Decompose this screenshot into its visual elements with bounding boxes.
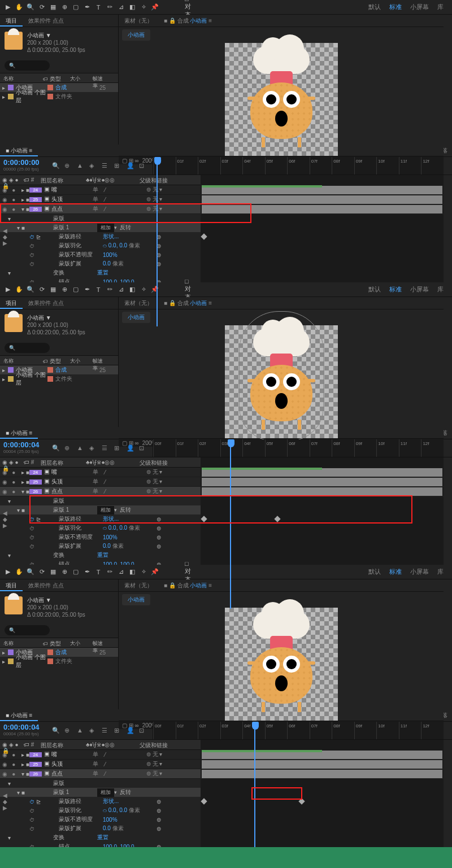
main-toolbar: ▶✋🔍⟳▦⊕▢✒T✏⊿◧✧📌 □ 对齐 默认标准小屏幕库 — [0, 565, 452, 579]
layer-row[interactable]: ◉ ●▸ ■25▣ 头顶单 ∕⊚ 无 ▾ — [0, 477, 201, 487]
layer-row[interactable]: ◉ ●▸ ■24▣ 嘴单 ∕⊚ 无 ▾ — [0, 468, 201, 477]
snap-toggle[interactable]: □ 对齐 — [185, 2, 195, 12]
project-panel: 项目效果控件 点点 小动画 ▼200 x 200 (1.00)Δ 0:00:20… — [0, 579, 119, 709]
footage-tab[interactable]: 素材（无） — [119, 15, 158, 27]
playhead[interactable] — [154, 157, 161, 175]
project-item-folder[interactable]: ▸ 小动画 个图层 文件夹 — [0, 92, 118, 101]
mask-path-value[interactable]: 形状... — [103, 233, 157, 241]
workspace-standard[interactable]: 标准 — [389, 3, 402, 11]
col-parent[interactable]: 父级和链接 — [137, 175, 170, 185]
composition-viewer[interactable] — [119, 608, 444, 721]
shy-icon[interactable]: 👤 — [127, 162, 134, 170]
timecode-display[interactable]: 0:00:00:00 00000 (25.00 fps) — [0, 157, 46, 175]
keyframe-nav-icon[interactable]: ◀ ◆ ▶ — [2, 228, 8, 246]
project-panel: 项目 效果控件 点点 小动画 ▼ 200 x 200 (1.00) Δ 0:00… — [0, 15, 119, 145]
motion-blur-icon[interactable]: ☰ — [102, 162, 110, 170]
comp-thumbnail-icon — [5, 596, 23, 614]
workspace-small[interactable]: 小屏幕 — [410, 3, 429, 11]
highlight-box — [251, 787, 302, 800]
pan-behind-tool-icon[interactable]: ⊕ — [59, 2, 69, 12]
workspace-library[interactable]: 库 — [437, 3, 444, 11]
col-type[interactable]: 🏷 类型 — [40, 73, 67, 82]
highlight-box — [0, 203, 251, 223]
col-fps[interactable]: 帧速率 — [89, 73, 109, 82]
hand-tool-icon[interactable]: ✋ — [14, 2, 24, 12]
stopwatch-icon[interactable]: ⏱ — [29, 234, 34, 240]
playhead[interactable] — [252, 722, 259, 739]
main-toolbar: ▶ ✋ 🔍 ⟳ ▦ ⊕ ▢ ✒ T ✏ ⊿ ◧ ✧ 📌 □ 对齐 默认 标准 小… — [0, 0, 452, 15]
markers-icon[interactable]: ⊡ — [139, 162, 147, 170]
pen-tool-icon[interactable]: ✒ — [82, 2, 92, 12]
eraser-tool-icon[interactable]: ◧ — [127, 2, 137, 12]
camera-tool-icon[interactable]: ▦ — [48, 2, 58, 12]
workspace-default[interactable]: 默认 — [368, 3, 381, 11]
selection-tool-icon[interactable]: ▶ — [3, 2, 13, 12]
search-icon[interactable]: 🔍 — [52, 162, 60, 170]
keyframe-icon[interactable] — [201, 233, 207, 239]
col-layer-name[interactable]: 图层名称 — [38, 175, 84, 185]
mask-opacity-value[interactable]: 100% — [103, 252, 157, 258]
mask-feather-value[interactable]: ⬭ 0.0, 0.0 像素 — [103, 242, 157, 250]
timecode-display[interactable]: 0:00:00:0400004 (25.00 fps) — [0, 439, 46, 457]
project-item-folder[interactable]: ▸小动画 个图层文件夹 — [0, 374, 118, 383]
rotate-tool-icon[interactable]: ⟳ — [37, 2, 47, 12]
comp-thumbnail-icon — [5, 32, 23, 50]
draft-icon[interactable]: ▲ — [77, 162, 85, 170]
main-toolbar: ▶✋🔍⟳▦⊕▢✒T✏⊿◧✧📌 □ 对齐 默认标准小屏幕库 — [0, 282, 452, 297]
frame-blend-icon[interactable]: ◈ — [89, 162, 97, 170]
stopwatch-icon[interactable]: ⏱ — [29, 252, 34, 258]
comp-dimensions: 200 x 200 (1.00) — [27, 39, 85, 46]
effect-controls-tab[interactable]: 效果控件 点点 — [23, 15, 69, 27]
graph-icon[interactable]: ⊞ — [114, 162, 122, 170]
composition-viewer[interactable] — [119, 43, 444, 156]
keyframe-nav-icon[interactable]: ◀ ◆ ▶ — [2, 510, 8, 529]
roto-tool-icon[interactable]: ✧ — [138, 2, 149, 12]
playhead[interactable] — [228, 439, 234, 457]
project-tab[interactable]: 项目 — [0, 15, 23, 27]
shape-tool-icon[interactable]: ▢ — [71, 2, 81, 12]
timeline-tab[interactable]: ■ 小动画 ≡ — [0, 145, 38, 156]
text-tool-icon[interactable]: T — [93, 2, 103, 12]
puppet-tool-icon[interactable]: 📌 — [150, 2, 160, 12]
comp-flow-icon[interactable]: ⊕ — [64, 162, 72, 170]
stopwatch-icon[interactable]: ⏱ — [29, 261, 34, 267]
project-search-input[interactable] — [5, 343, 50, 353]
col-size[interactable]: 大小 — [67, 73, 89, 82]
selection-tool-icon[interactable]: ▶ — [3, 285, 13, 295]
comp-thumbnail-icon — [5, 314, 23, 332]
comp-pill[interactable]: 小动画 — [122, 29, 150, 41]
col-name[interactable]: 名称 — [0, 73, 40, 82]
highlight-box — [29, 495, 412, 524]
comp-name: 小动画 ▼ — [27, 32, 85, 39]
keyframe-icon[interactable] — [201, 798, 207, 804]
project-panel: 项目效果控件 点点 小动画 ▼200 x 200 (1.00)Δ 0:00:20… — [0, 297, 119, 427]
mask-mode-dropdown[interactable]: 相加 — [97, 224, 114, 232]
zoom-tool-icon[interactable]: 🔍 — [25, 2, 36, 12]
project-search-input[interactable] — [5, 60, 50, 71]
layer-row[interactable]: ◉ ●▸ ■24▣ 嘴单 ∕⊚ 无 ▾ — [0, 185, 201, 195]
comp-viewer-tab[interactable]: ■ 🔒 合成 小动画 ≡ — [158, 15, 218, 27]
clone-tool-icon[interactable]: ⊿ — [116, 2, 126, 12]
comp-duration: Δ 0:00:20:00, 25.00 fps — [27, 46, 85, 54]
mask-expand-value[interactable]: 0.0 像素 — [103, 260, 157, 268]
composition-viewer[interactable] — [119, 325, 444, 438]
brush-tool-icon[interactable]: ✏ — [105, 2, 115, 12]
stopwatch-icon[interactable]: ⏱ — [29, 243, 34, 249]
